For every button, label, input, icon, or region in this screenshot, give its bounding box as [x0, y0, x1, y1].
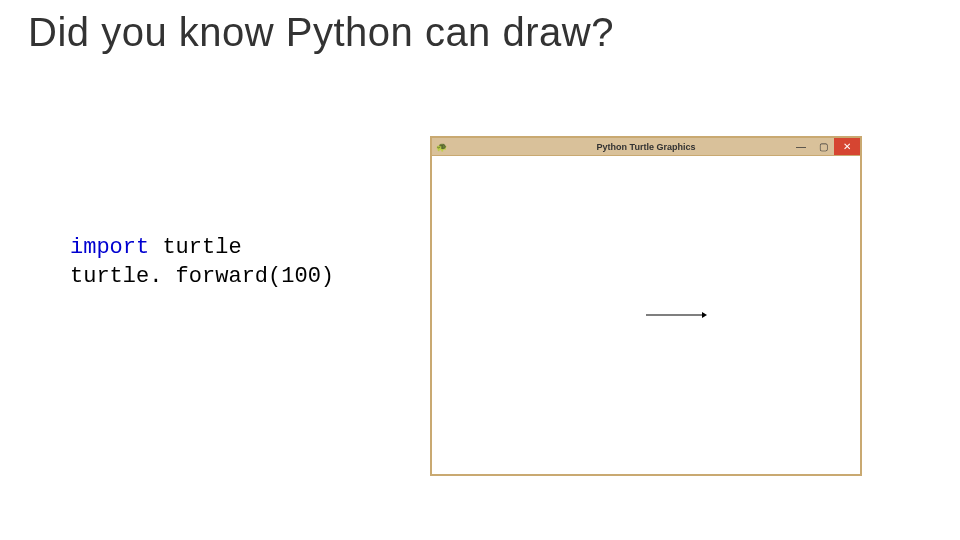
code-line-2: turtle. forward(100) [70, 263, 334, 292]
window-title: Python Turtle Graphics [597, 142, 696, 152]
window-titlebar[interactable]: 🐢 Python Turtle Graphics — ▢ ✕ [432, 138, 860, 156]
close-button[interactable]: ✕ [834, 138, 860, 155]
slide-title: Did you know Python can draw? [28, 10, 614, 55]
turtle-graphics-window: 🐢 Python Turtle Graphics — ▢ ✕ [430, 136, 862, 476]
window-controls: — ▢ ✕ [790, 138, 860, 155]
code-block: import turtle turtle. forward(100) [70, 234, 334, 291]
turtle-canvas [432, 156, 860, 474]
turtle-drawn-line [646, 315, 704, 316]
module-turtle: turtle [149, 235, 241, 260]
minimize-button[interactable]: — [790, 138, 812, 155]
turtle-cursor-icon [702, 312, 707, 318]
turtle-icon: 🐢 [436, 142, 446, 152]
code-line-1: import turtle [70, 234, 334, 263]
keyword-import: import [70, 235, 149, 260]
maximize-button[interactable]: ▢ [812, 138, 834, 155]
